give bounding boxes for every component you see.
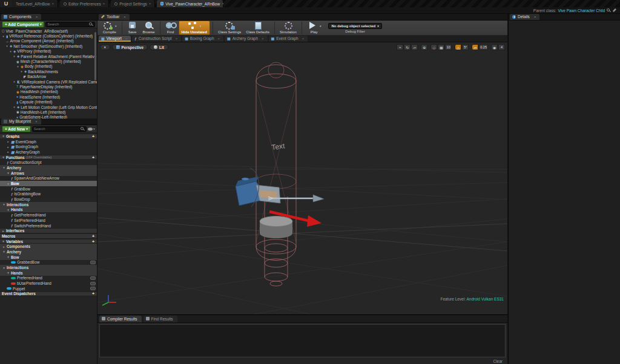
close-icon[interactable]: × (103, 2, 105, 5)
window-tab[interactable]: Project Settings × (111, 0, 155, 7)
blueprint-row[interactable]: PreferredHand (0, 276, 97, 281)
viewport-tool-button[interactable]: ↻ (404, 44, 411, 50)
component-row[interactable]: ▾ ◈ VRProxy (Inherited) (0, 49, 97, 54)
expander-icon[interactable]: ▾ (2, 134, 5, 138)
component-row[interactable]: ▾ ◈ Parent Relative Attachment (Parent R… (0, 54, 97, 59)
close-icon[interactable]: × (262, 37, 264, 41)
blueprint-row[interactable]: GrabbedBow (0, 260, 97, 265)
search-icon[interactable] (607, 8, 611, 13)
clear-button[interactable]: Clear (493, 359, 503, 363)
expander-icon[interactable]: ▸ (7, 140, 10, 143)
expander-icon[interactable]: ▾ (2, 166, 5, 169)
viewport-tool-button[interactable]: 10 (445, 44, 452, 50)
expander-icon[interactable]: ▾ (2, 155, 5, 159)
add-button[interactable]: + (91, 291, 96, 296)
component-row[interactable]: → Arrow Component (Arrow) (Inherited) (0, 39, 97, 44)
perspective-button[interactable]: Perspective (112, 44, 148, 50)
eye-toggle[interactable] (90, 276, 96, 280)
window-tab[interactable]: Editor Preferences × (60, 0, 109, 7)
blueprint-row[interactable]: ▸ ▦ BoxingGraph (0, 144, 97, 149)
results-tab[interactable]: Compiler Results (99, 316, 142, 322)
close-icon[interactable]: × (36, 15, 38, 19)
lit-mode-button[interactable]: Lit (150, 44, 168, 50)
blueprint-row[interactable]: ▾ Hands (0, 207, 97, 213)
expander-icon[interactable]: ▾ (7, 255, 10, 259)
toolbar-button[interactable]: ▾ Hide Unrelated (179, 21, 210, 35)
expander-icon[interactable]: ▾ (9, 50, 12, 53)
toolbar-button[interactable]: Find (160, 21, 179, 34)
visibility-filter-icon[interactable] (88, 126, 95, 131)
component-row[interactable]: ▾ ◈ BackAttachments (0, 69, 97, 74)
component-row[interactable]: ▾ ◈ Left Motion Controller (Left Grip Mo… (0, 105, 97, 109)
component-row[interactable]: ▮ Capsule (Inherited) (0, 99, 97, 104)
results-tab[interactable]: Find Results (143, 316, 177, 322)
expander-icon[interactable]: ▾ (7, 171, 10, 175)
toolbar-button[interactable]: Class Defaults (243, 21, 272, 34)
close-icon[interactable]: × (125, 37, 128, 41)
component-row[interactable]: ▾ ◧ VRReplicated Camera (VR Replicated C… (0, 79, 97, 84)
document-tab[interactable]: ▦ Event Graph × (269, 36, 308, 42)
viewport-tool-button[interactable]: 0.25 (479, 44, 488, 50)
blueprint-row[interactable]: ƒ SpawnAndGrabNewArrow (0, 176, 97, 181)
viewport-options-dropdown[interactable]: ▾ (100, 44, 110, 50)
eye-toggle[interactable] (90, 261, 96, 264)
components-search-input[interactable] (47, 22, 89, 26)
expander-icon[interactable]: ▾ (2, 203, 5, 206)
close-icon[interactable]: × (218, 37, 220, 41)
blueprint-row[interactable]: ƒ BowDrop (0, 197, 97, 202)
toolbar-button[interactable]: Class Settings (213, 21, 243, 34)
toolbar-button[interactable]: Browse (140, 21, 157, 34)
close-icon[interactable]: × (51, 2, 54, 5)
close-icon[interactable]: × (302, 37, 305, 41)
viewport-tool-button[interactable]: 4 (498, 44, 505, 50)
blueprint-row[interactable]: ▸ ▦ ArcheryGraph (0, 149, 97, 155)
blueprint-row[interactable]: ▾ Hands (0, 270, 97, 276)
blueprint-row[interactable]: Puppet (0, 286, 97, 291)
window-tab[interactable]: TestLevel_ARnBow × (12, 0, 58, 7)
close-icon[interactable]: × (176, 37, 178, 41)
blueprint-row[interactable]: ▾ Bow (0, 181, 97, 186)
blueprint-row[interactable]: ƒ GetPreferredHand (0, 212, 97, 218)
expander-icon[interactable]: ▾ (5, 44, 8, 48)
blueprint-row[interactable]: Event Dispatchers + (0, 291, 97, 297)
blueprint-row[interactable]: ▾ Interactions (0, 265, 97, 270)
components-search[interactable] (45, 22, 95, 27)
tab-details[interactable]: Details × (510, 14, 539, 20)
add-button[interactable]: + (91, 134, 96, 138)
blueprint-row[interactable]: ƒ SetPreferredHand (0, 218, 97, 223)
window-tab[interactable]: Vive_PawnCharacter_ARnBow × (157, 0, 223, 7)
add-button[interactable]: + (91, 155, 96, 160)
expander-icon[interactable]: ▸ (2, 245, 5, 249)
chevron-down-icon[interactable]: ▾ (320, 24, 322, 28)
add-button[interactable]: + (91, 239, 96, 244)
viewport-tool-button[interactable]: + (397, 44, 403, 50)
expander-icon[interactable]: ▾ (7, 271, 10, 275)
expander-icon[interactable]: ▾ (13, 105, 16, 109)
debug-object-dropdown[interactable]: No debug object selected ▾ (328, 23, 381, 29)
blueprint-row[interactable]: ƒ SwitchPreferredHand (0, 223, 97, 229)
expander-icon[interactable]: ▸ (7, 145, 10, 149)
expander-icon[interactable]: ▾ (13, 80, 16, 83)
component-row[interactable]: ◉ HeadMesh (Inherited) (0, 89, 97, 94)
component-row[interactable]: ◻ Vive_PawnCharacter_ARnBow(self) (0, 28, 97, 33)
component-row[interactable]: ▾ ◉ Body (Inherited) (0, 64, 97, 69)
viewport-tool-button[interactable]: 5° (462, 44, 469, 50)
document-tab[interactable]: ▦ Viewport × (99, 36, 131, 42)
expander-icon[interactable]: ▾ (2, 239, 5, 243)
blueprint-search-input[interactable] (34, 127, 81, 131)
expander-icon[interactable]: ▾ (2, 250, 5, 253)
edit-class-icon[interactable] (613, 8, 616, 12)
document-tab[interactable]: ƒ Construction Script × (132, 36, 181, 42)
component-row[interactable]: ▾ ◈ Net Smoother (NetSmoother) (Inherite… (0, 44, 97, 48)
viewport-tool-button[interactable]: △ (455, 44, 461, 50)
expander-icon[interactable]: ▾ (16, 65, 19, 68)
blueprint-row[interactable]: ▾ Interactions (0, 202, 97, 207)
viewport-tool-button[interactable]: ▱ (472, 44, 478, 50)
viewport-tool-button[interactable]: ▱ (411, 44, 418, 50)
viewport-tool-button[interactable]: ▦ (438, 44, 444, 50)
blueprint-row[interactable]: ▾ Variables + (0, 239, 97, 244)
tab-my-blueprint[interactable]: My Blueprint × (1, 119, 41, 125)
expander-icon[interactable]: ▾ (2, 34, 5, 38)
compiler-results-output[interactable] (99, 324, 506, 357)
chevron-down-icon[interactable]: ▾ (200, 24, 202, 28)
